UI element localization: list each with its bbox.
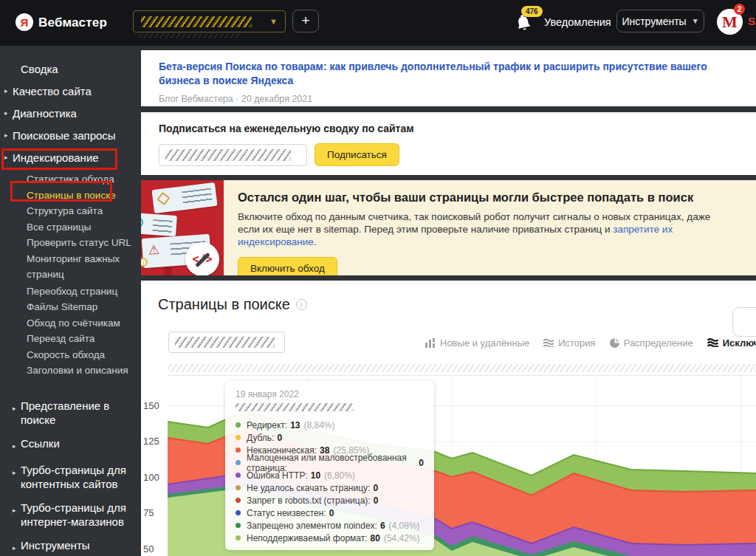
- legend-value: 0: [277, 433, 282, 443]
- subscribe-button[interactable]: Подписаться: [315, 143, 399, 166]
- cutoff-panel[interactable]: [732, 307, 756, 337]
- email-field[interactable]: [159, 144, 307, 166]
- sidebar-subitem-vse-stranicy[interactable]: Все страницы: [27, 219, 137, 236]
- legend-row-robots-txt: Запрет в robots.txt (страница):0: [236, 494, 424, 507]
- annotation-box-indexing: [1, 148, 117, 170]
- legend-value: 0: [419, 458, 424, 468]
- chevron-right-icon: ▸: [13, 541, 17, 555]
- sidebar-subitem-struktura-sajta[interactable]: Структура сайта: [27, 203, 137, 219]
- tab-history[interactable]: История: [543, 337, 595, 349]
- yandex-logo-icon[interactable]: Я: [16, 13, 33, 31]
- legend-row-noindex: Запрещено элементом noindex:6(4,08%): [236, 519, 424, 532]
- app-title[interactable]: Вебмастер: [38, 16, 107, 30]
- sidebar-item-label: Качество сайта: [13, 85, 92, 97]
- blog-meta: Блог Вебмастера · 20 декабря 2021: [159, 94, 738, 104]
- filter-masked: [175, 337, 275, 348]
- site-name-masked: [141, 16, 252, 27]
- legend-dot: [236, 460, 241, 465]
- enable-crawl-button[interactable]: Включить обход: [238, 257, 337, 275]
- chevron-down-icon: ▼: [269, 17, 278, 26]
- legend-value: 0: [329, 508, 334, 518]
- legend-dot: [236, 535, 241, 540]
- crawl-banner-text: Включите обход по данным счетчика, так п…: [238, 210, 728, 248]
- sidebar-item-turbo-magaziny[interactable]: ▸Турбо-страницы для интернет-магазинов: [13, 501, 129, 529]
- legend-dot: [236, 485, 241, 490]
- legend-value: 80: [371, 533, 380, 543]
- tab-label: Новые и удалённые: [440, 337, 529, 349]
- tooltip-url-masked: [236, 403, 354, 411]
- sidebar-item-ssylki[interactable]: ▸Ссылки: [13, 436, 129, 453]
- sidebar-subitem-sitemap[interactable]: Файлы Sitemap: [27, 299, 137, 315]
- legend-label: Неподдерживаемый формат:: [247, 533, 368, 543]
- legend-dot: [236, 435, 241, 440]
- legend-dot: [236, 510, 241, 515]
- url-filter-input[interactable]: [168, 332, 285, 353]
- section-title: Страницы в поиске: [158, 296, 290, 313]
- tab-excluded[interactable]: Исключён: [707, 337, 756, 349]
- sidebar-subitem-zagolovki[interactable]: Заголовки и описания: [27, 363, 137, 379]
- sidebar-item-instrumenty[interactable]: ▸Инструменты: [13, 538, 129, 555]
- sidebar-subitem-skorost[interactable]: Скорость обхода: [27, 347, 137, 363]
- tab-label: История: [558, 337, 595, 349]
- legend-label: Редирект:: [247, 420, 287, 430]
- text-lines-decoration: [182, 188, 213, 205]
- avatar-badge: 2: [734, 4, 745, 15]
- username-fragment: S: [748, 15, 755, 27]
- notifications-count-badge: 476: [521, 6, 543, 17]
- sidebar-subitem-pereobhod[interactable]: Переобход страниц: [27, 284, 137, 300]
- legend-dot: [236, 422, 241, 428]
- chevron-down-icon: ▼: [692, 17, 699, 25]
- sidebar-item-label: Диагностика: [13, 107, 77, 120]
- legend-dot: [236, 473, 241, 478]
- sidebar-item-zaprosy[interactable]: ▸Поисковые запросы: [0, 124, 141, 146]
- sidebar-item-label: Турбо-страницы для контентных сайтов: [21, 463, 129, 491]
- sidebar: Сводка ▸Качество сайта ▸Диагностика ▸Пои…: [0, 46, 141, 556]
- legend-dot: [236, 498, 241, 503]
- tools-dropdown-button[interactable]: Инструменты ▼: [616, 10, 704, 32]
- info-icon[interactable]: i: [296, 299, 307, 310]
- warning-circle-icon: !: [141, 258, 148, 267]
- chevron-right-icon: ▸: [13, 439, 17, 453]
- tab-label: Исключён: [723, 337, 756, 349]
- sidebar-item-diagnostika[interactable]: ▸Диагностика: [0, 102, 141, 124]
- legend-percent: (6,80%): [324, 470, 355, 481]
- subscribe-card: Подписаться на еженедельную сводку по са…: [141, 112, 756, 175]
- y-tick-label: 100: [143, 472, 159, 483]
- sidebar-item-predstavlenie[interactable]: ▸Представление в поиске: [13, 399, 129, 427]
- legend-dot: [236, 447, 241, 453]
- site-selector-dropdown[interactable]: ▼: [133, 10, 286, 32]
- sidebar-subitem-monitoring[interactable]: Мониторинг важных страниц: [27, 251, 137, 283]
- legend-label: Статус неизвестен:: [247, 508, 326, 518]
- chevron-right-icon: ▸: [4, 131, 9, 139]
- text-lines-decoration: [152, 219, 172, 234]
- sidebar-item-turbo-kontent[interactable]: ▸Турбо-страницы для контентных сайтов: [13, 463, 129, 491]
- legend-value: 0: [373, 483, 378, 493]
- subscribe-title: Подписаться на еженедельную сводку по са…: [159, 123, 738, 134]
- warning-triangle-icon: ⚠: [148, 244, 159, 257]
- legend-row-status-unknown: Статус неизвестен:0: [236, 507, 424, 519]
- blog-banner-card: Бета-версия Поиска по товарам: как привл…: [141, 50, 756, 106]
- chevron-right-icon: ▸: [13, 402, 17, 427]
- sidebar-item-svodka[interactable]: Сводка: [0, 58, 141, 80]
- crawl-banner-card: ! ⚠ ! </> Остался один шаг, чтобы ваши с…: [141, 180, 756, 275]
- legend-value: 13: [290, 420, 300, 430]
- tab-new-and-removed[interactable]: Новые и удалённые: [425, 337, 529, 349]
- sidebar-item-kachestvo[interactable]: ▸Качество сайта: [0, 80, 141, 102]
- page-card-illustration: [151, 182, 217, 213]
- sidebar-subitem-pereezd[interactable]: Переезд сайта: [27, 331, 137, 347]
- bar-chart-icon: [425, 338, 436, 348]
- chart-tooltip: 19 января 2022 Редирект:13(8,84%) Дубль:…: [225, 381, 434, 550]
- sidebar-subitem-proverit-status-url[interactable]: Проверить статус URL: [27, 235, 137, 251]
- notifications-label[interactable]: Уведомления: [544, 16, 611, 28]
- tab-distribution[interactable]: Распределение: [610, 337, 693, 349]
- legend-row-unsupported-format: Неподдерживаемый формат:80(54,42%): [236, 532, 424, 544]
- legend-label: Запрещено элементом noindex:: [247, 521, 377, 531]
- blog-post-link[interactable]: Бета-версия Поиска по товарам: как привл…: [159, 60, 709, 88]
- add-site-button[interactable]: +: [292, 10, 319, 32]
- sidebar-item-label: Турбо-страницы для интернет-магазинов: [21, 501, 129, 529]
- legend-row-download-failed: Не удалось скачать страницу:0: [236, 481, 424, 494]
- legend-value: 0: [374, 495, 379, 506]
- legend-dot: [236, 523, 241, 528]
- pie-icon: [610, 338, 619, 348]
- sidebar-subitem-obhod-po-schetchikam[interactable]: Обход по счётчикам: [27, 315, 137, 332]
